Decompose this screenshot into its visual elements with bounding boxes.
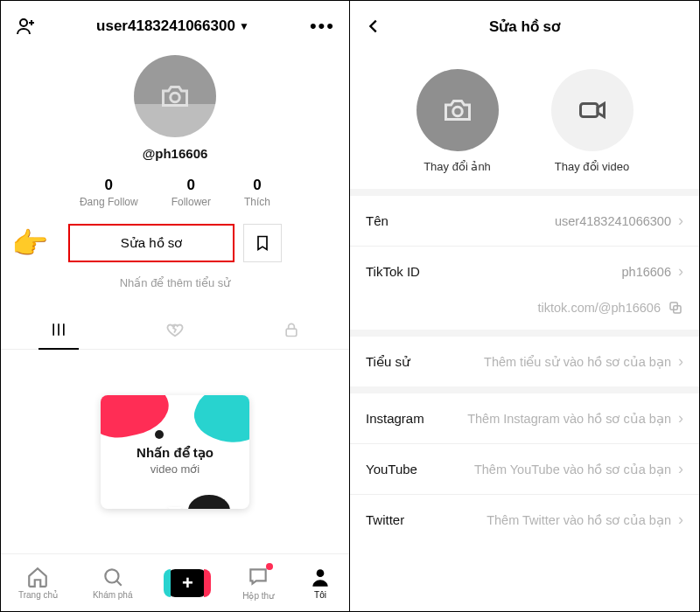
svg-point-0 [20, 19, 27, 26]
svg-point-3 [105, 569, 118, 582]
row-bio-key: Tiểu sử [366, 354, 410, 370]
more-icon[interactable]: ••• [310, 15, 335, 38]
section-divider [350, 330, 699, 337]
profile-header: user4183241066300 ▼ ••• [1, 1, 349, 52]
create-card-line2: video mới [150, 462, 200, 476]
person-icon [309, 566, 332, 588]
row-twitter-key: Twitter [366, 512, 404, 527]
stat-followers-count: 0 [172, 177, 211, 194]
nav-home[interactable]: Trang chủ [18, 566, 58, 600]
stats-row: 0 Đang Follow 0 Follower 0 Thích [1, 177, 349, 208]
nav-discover[interactable]: Khám phá [93, 566, 133, 600]
row-instagram-value: Thêm Instagram vào hồ sơ của bạn [467, 412, 671, 426]
bookmark-icon [254, 234, 271, 252]
profile-link-text: tiktok.com/@ph16606 [538, 301, 661, 315]
camera-icon [159, 80, 191, 112]
back-button[interactable] [364, 17, 383, 36]
row-bio-value: Thêm tiểu sử vào hồ sơ của bạn [484, 355, 671, 369]
stat-likes-count: 0 [244, 177, 270, 194]
edit-header: Sửa hồ sơ [350, 1, 699, 52]
row-youtube-key: YouTube [366, 462, 417, 476]
camera-icon [442, 94, 473, 126]
row-twitter[interactable]: Twitter Thêm Twitter vào hồ sơ của bạn› [350, 495, 699, 545]
chevron-right-icon: › [678, 409, 683, 428]
profile-screen: user4183241066300 ▼ ••• @ph16606 0 Đang … [1, 1, 350, 611]
blob-decor [188, 395, 249, 453]
search-icon [102, 566, 124, 588]
change-photo[interactable]: Thay đổi ảnh [416, 69, 499, 173]
stat-following[interactable]: 0 Đang Follow [80, 177, 138, 208]
nav-me-label: Tôi [314, 590, 326, 600]
create-card-line1: Nhấn để tạo [136, 445, 214, 461]
notification-dot-icon [266, 563, 273, 570]
stat-likes-label: Thích [244, 196, 270, 208]
row-bio[interactable]: Tiểu sử Thêm tiểu sử vào hồ sơ của bạn› [350, 337, 699, 386]
username-label: user4183241066300 [96, 17, 235, 35]
edit-profile-screen: Sửa hồ sơ Thay đổi ảnh Thay đổi video [350, 1, 699, 611]
row-profile-link[interactable]: tiktok.com/@ph16606 [350, 296, 699, 330]
profile-tabs [1, 310, 349, 350]
feed-area: Nhấn để tạo video mới [1, 350, 349, 553]
section-divider [350, 386, 699, 393]
lock-icon [283, 321, 300, 338]
nav-inbox-label: Hộp thư [242, 591, 274, 601]
bio-hint[interactable]: Nhấn để thêm tiểu sử [120, 276, 231, 289]
edit-header-title: Sửa hồ sơ [489, 17, 560, 36]
plus-icon: + [167, 569, 207, 597]
add-friend-icon[interactable] [15, 16, 36, 37]
nav-me[interactable]: Tôi [309, 566, 332, 600]
row-name[interactable]: Tên user4183241066300› [350, 196, 699, 246]
video-circle [551, 69, 634, 151]
row-tiktokid-value: ph16606 [622, 265, 671, 279]
bookmark-button[interactable] [243, 224, 282, 262]
tab-liked[interactable] [117, 310, 234, 349]
chevron-right-icon: › [678, 511, 683, 529]
svg-rect-2 [286, 329, 297, 336]
svg-rect-6 [580, 104, 598, 117]
change-photo-label: Thay đổi ảnh [424, 160, 491, 173]
row-tiktok-id[interactable]: TikTok ID ph16606› [350, 247, 699, 296]
handle-label: @ph16606 [143, 146, 208, 161]
chevron-right-icon: › [678, 262, 683, 281]
change-video-label: Thay đổi video [555, 160, 629, 173]
stat-following-count: 0 [80, 177, 138, 194]
username-dropdown[interactable]: user4183241066300 ▼ [96, 17, 249, 35]
edit-profile-button[interactable]: Sửa hồ sơ [68, 224, 234, 262]
nav-create[interactable]: + [167, 569, 207, 597]
chevron-right-icon: › [678, 460, 683, 478]
row-instagram[interactable]: Instagram Thêm Instagram vào hồ sơ của b… [350, 393, 699, 443]
avatar[interactable] [134, 55, 216, 137]
nav-discover-label: Khám phá [93, 590, 133, 600]
row-name-key: Tên [366, 213, 388, 228]
row-instagram-key: Instagram [366, 411, 424, 426]
video-icon [577, 94, 608, 126]
edit-profile-row: 👉 Sửa hồ sơ [1, 224, 349, 262]
row-youtube[interactable]: YouTube Thêm YouTube vào hồ sơ của bạn› [350, 444, 699, 494]
tab-grid[interactable] [1, 310, 117, 349]
grid-icon [50, 321, 67, 338]
change-video[interactable]: Thay đổi video [551, 69, 634, 173]
profile-body: @ph16606 0 Đang Follow 0 Follower 0 Thíc… [1, 52, 349, 553]
chevron-right-icon: › [678, 212, 683, 230]
chevron-left-icon [364, 17, 383, 36]
heart-broken-icon [165, 320, 185, 339]
blob-decor [155, 430, 164, 439]
svg-point-5 [452, 107, 462, 116]
row-tiktokid-key: TikTok ID [366, 264, 420, 279]
svg-point-1 [171, 93, 180, 102]
chevron-down-icon: ▼ [239, 20, 249, 32]
tooltip-arrow [168, 507, 182, 509]
nav-home-label: Trang chủ [18, 590, 58, 600]
section-divider [350, 189, 699, 196]
photo-circle [416, 69, 499, 151]
row-youtube-value: Thêm YouTube vào hồ sơ của bạn [474, 462, 671, 476]
edit-profile-label: Sửa hồ sơ [121, 235, 183, 251]
stat-likes[interactable]: 0 Thích [244, 177, 270, 208]
home-icon [26, 566, 49, 588]
stat-following-label: Đang Follow [80, 196, 138, 208]
pointing-hand-icon: 👉 [11, 226, 48, 261]
tab-private[interactable] [233, 310, 349, 349]
stat-followers[interactable]: 0 Follower [172, 177, 211, 208]
create-video-card[interactable]: Nhấn để tạo video mới [101, 395, 249, 509]
nav-inbox[interactable]: Hộp thư [242, 565, 274, 601]
